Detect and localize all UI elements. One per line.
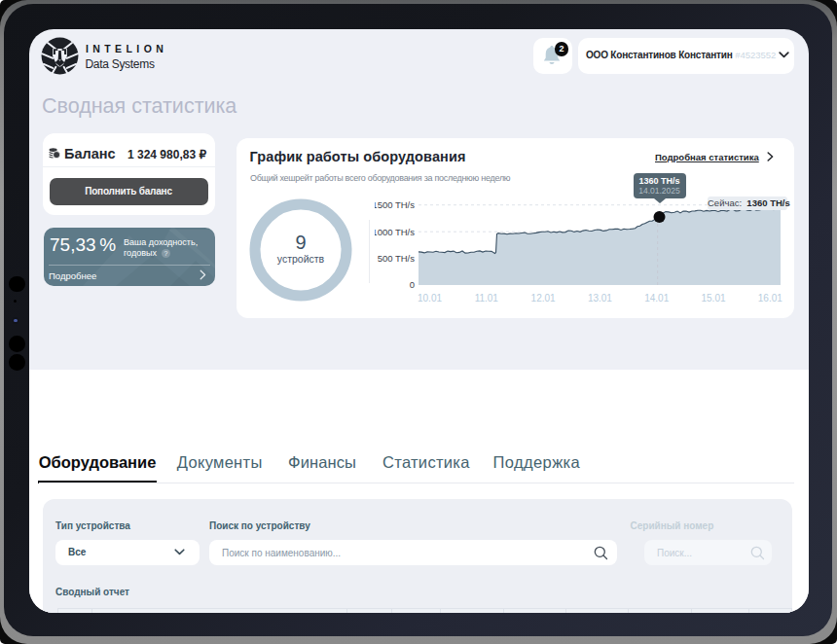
- svg-text:12.01: 12.01: [531, 293, 556, 304]
- svg-text:0: 0: [410, 279, 415, 290]
- svg-text:11.01: 11.01: [475, 293, 499, 304]
- svg-text:1500 TH/s: 1500 TH/s: [375, 199, 415, 210]
- svg-text:15.01: 15.01: [701, 293, 725, 304]
- svg-text:16.01: 16.01: [758, 293, 782, 304]
- svg-text:500 TH/s: 500 TH/s: [378, 253, 416, 264]
- svg-text:14.01: 14.01: [644, 293, 669, 304]
- svg-text:10.01: 10.01: [418, 293, 442, 304]
- svg-text:13.01: 13.01: [588, 293, 612, 304]
- svg-text:1000 TH/s: 1000 TH/s: [375, 227, 415, 237]
